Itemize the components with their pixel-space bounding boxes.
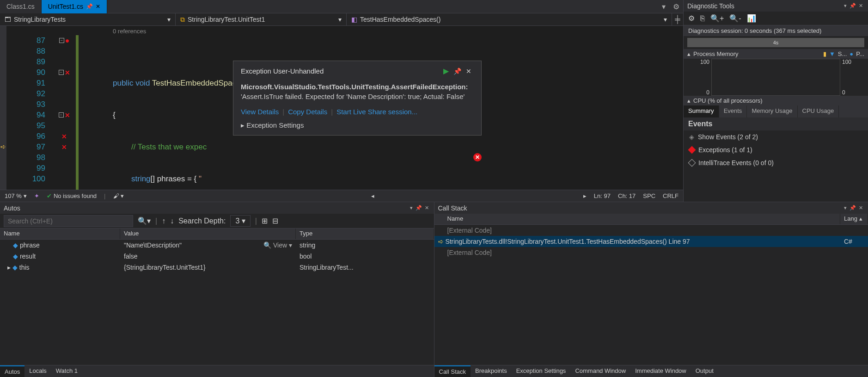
- cursor-col[interactable]: Ch: 17: [618, 192, 636, 199]
- col-lang-header[interactable]: Lang ▴: [840, 214, 868, 224]
- view-details-link[interactable]: View Details: [241, 108, 279, 116]
- tab-output[interactable]: Output: [691, 365, 718, 377]
- error-badge-icon[interactable]: ✕: [473, 153, 482, 161]
- autos-row[interactable]: ◆ phrase "Name\tDescription" 🔍 View ▾ st…: [0, 240, 434, 251]
- tab-label: Class1.cs: [6, 3, 35, 10]
- toggle-2-icon[interactable]: ⊟: [272, 216, 278, 225]
- tab-command-window[interactable]: Command Window: [570, 365, 630, 377]
- tab-cpu[interactable]: CPU Usage: [798, 105, 839, 117]
- autos-grid-header: Name Value Type: [0, 229, 434, 240]
- tab-immediate-window[interactable]: Immediate Window: [630, 365, 691, 377]
- zoom-in-icon[interactable]: 🔍+: [710, 14, 724, 23]
- callstack-panel: Call Stack ▾ 📌 ✕ Name Lang ▴ [External C…: [434, 202, 868, 377]
- close-icon[interactable]: ✕: [857, 3, 864, 9]
- close-icon[interactable]: ✕: [423, 205, 430, 211]
- autos-row[interactable]: ◆ result false bool: [0, 251, 434, 262]
- nav-scope-label: StringLibraryTests: [14, 16, 66, 23]
- tab-exception-settings[interactable]: Exception Settings: [512, 365, 571, 377]
- pin-icon[interactable]: 📌: [86, 3, 93, 10]
- scroll-right-icon[interactable]: ▸: [583, 192, 587, 199]
- search-icon[interactable]: 🔍▾: [138, 216, 151, 225]
- reset-view-icon[interactable]: 📊: [747, 14, 756, 23]
- editor-statusbar: 107 % ▾ ✦ ✔ No issues found | 🖌 ▾ ◂ ▸ Ln…: [0, 190, 683, 202]
- current-frame-arrow-icon: ➪: [438, 238, 444, 245]
- nav-up-icon[interactable]: ↑: [162, 217, 165, 225]
- gear-icon[interactable]: ⚙: [669, 2, 683, 11]
- memory-chart[interactable]: [711, 59, 840, 96]
- callstack-row-current[interactable]: ➪ StringLibraryTests.dll!StringLibraryTe…: [434, 236, 868, 247]
- indent-mode[interactable]: SPC: [643, 192, 655, 199]
- col-name-header[interactable]: Name: [434, 214, 841, 224]
- gear-icon[interactable]: ⚙: [688, 14, 695, 23]
- exception-popup: Exception User-Unhandled ▶ 📌 ✕ Microsoft…: [233, 61, 482, 136]
- issues-status[interactable]: ✔ No issues found: [47, 192, 97, 199]
- collapse-icon[interactable]: −: [59, 112, 64, 117]
- select-tools-icon[interactable]: ⎘: [700, 14, 705, 23]
- live-share-link[interactable]: Start Live Share session...: [336, 108, 417, 116]
- frame-name: [External Code]: [434, 248, 841, 257]
- process-memory-header[interactable]: ▴ Process Memory ▮ ▼S... ●P...: [684, 49, 868, 59]
- close-icon[interactable]: ✕: [464, 68, 474, 75]
- tab-class1[interactable]: Class1.cs: [0, 0, 42, 13]
- dropdown-icon[interactable]: ▾: [409, 205, 414, 211]
- view-visualizer[interactable]: 🔍 View ▾: [263, 241, 292, 249]
- scroll-left-icon[interactable]: ◂: [371, 192, 374, 199]
- collapse-icon[interactable]: −: [59, 70, 64, 75]
- codelens-references[interactable]: 0 references: [113, 26, 146, 37]
- collapse-icon[interactable]: −: [59, 38, 64, 43]
- outlining-margin[interactable]: −● −✕ −✕ ✕ ✕: [53, 26, 76, 190]
- close-icon[interactable]: ✕: [857, 205, 864, 211]
- copy-details-link[interactable]: Copy Details: [288, 108, 327, 116]
- timeline-ruler[interactable]: 4s: [687, 38, 864, 47]
- pin-icon[interactable]: 📌: [451, 68, 464, 75]
- breakpoint-margin[interactable]: ➪: [0, 26, 6, 190]
- dropdown-icon[interactable]: ▾: [843, 205, 848, 211]
- tab-overflow-dropdown[interactable]: ▾: [658, 2, 669, 11]
- nav-class[interactable]: ⧉ StringLibraryTest.UnitTest1 ▾: [176, 13, 347, 25]
- exceptions-row[interactable]: Exceptions (1 of 1): [684, 143, 868, 156]
- nav-down-icon[interactable]: ↓: [170, 217, 174, 225]
- nav-method[interactable]: ◧ TestHasEmbeddedSpaces() ▾: [347, 13, 672, 25]
- intellicode-icon[interactable]: ✦: [34, 192, 39, 199]
- col-type-header[interactable]: Type: [296, 229, 434, 239]
- toggle-1-icon[interactable]: ⊞: [262, 216, 268, 225]
- show-events-label: Show Events (2 of 2): [698, 133, 758, 141]
- tab-callstack[interactable]: Call Stack: [434, 365, 471, 377]
- close-icon[interactable]: ✕: [96, 3, 100, 10]
- line-ending[interactable]: CRLF: [663, 192, 679, 199]
- tab-autos[interactable]: Autos: [0, 365, 24, 377]
- pin-icon[interactable]: 📌: [848, 205, 857, 211]
- split-icon[interactable]: ╪: [672, 15, 683, 24]
- exception-settings-toggle[interactable]: ▸ Exception Settings: [241, 121, 474, 130]
- cursor-line[interactable]: Ln: 97: [594, 192, 611, 199]
- callstack-row[interactable]: [External Code]: [434, 225, 868, 236]
- zoom-level[interactable]: 107 % ▾: [5, 192, 27, 199]
- callstack-row[interactable]: [External Code]: [434, 247, 868, 258]
- pin-icon[interactable]: 📌: [848, 3, 857, 9]
- show-events-row[interactable]: ◈ Show Events (2 of 2): [684, 130, 868, 143]
- tab-locals[interactable]: Locals: [24, 365, 51, 377]
- col-name-header[interactable]: Name: [0, 229, 120, 239]
- tab-watch[interactable]: Watch 1: [51, 365, 82, 377]
- intellitrace-row[interactable]: IntelliTrace Events (0 of 0): [684, 156, 868, 169]
- tab-breakpoints[interactable]: Breakpoints: [471, 365, 512, 377]
- pin-icon[interactable]: 📌: [414, 205, 423, 211]
- dropdown-icon[interactable]: ▾: [843, 3, 848, 9]
- autos-grid-body: ◆ phrase "Name\tDescription" 🔍 View ▾ st…: [0, 240, 434, 365]
- cpu-header[interactable]: ▴ CPU (% of all processors): [684, 96, 868, 105]
- brush-icon[interactable]: 🖌 ▾: [113, 192, 124, 199]
- code-editor[interactable]: ➪ 87 88 89 90 91 92 93 94 95 96 97 98 99…: [0, 26, 683, 190]
- search-input[interactable]: [4, 215, 133, 227]
- tab-summary[interactable]: Summary: [684, 105, 719, 117]
- zoom-out-icon[interactable]: 🔍-: [729, 14, 741, 23]
- continue-icon[interactable]: ▶: [441, 67, 451, 75]
- tab-memory[interactable]: Memory Usage: [747, 105, 797, 117]
- autos-panel: Autos ▾ 📌 ✕ 🔍▾ | ↑ ↓ Search Depth: 3 ▾ |…: [0, 202, 434, 377]
- line-number-gutter: 87 88 89 90 91 92 93 94 95 96 97 98 99 1…: [6, 26, 53, 190]
- depth-select[interactable]: 3 ▾: [230, 215, 250, 227]
- col-value-header[interactable]: Value: [120, 229, 296, 239]
- tab-events[interactable]: Events: [719, 105, 747, 117]
- autos-row[interactable]: ▸ ◆ this {StringLibraryTest.UnitTest1} S…: [0, 262, 434, 273]
- tab-unittest1[interactable]: UnitTest1.cs 📌 ✕: [42, 0, 107, 13]
- nav-scope[interactable]: 🗔 StringLibraryTests ▾: [0, 13, 176, 25]
